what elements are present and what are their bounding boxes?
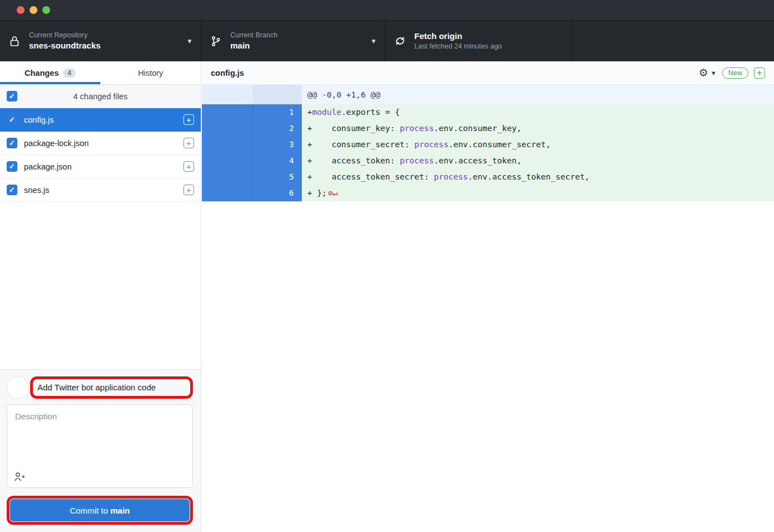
- diff-added-line[interactable]: 4+ access_token: process.env.access_toke…: [202, 153, 774, 169]
- file-name: config.js: [24, 115, 183, 124]
- chevron-down-icon[interactable]: ▼: [710, 70, 717, 76]
- fetch-status: Last fetched 24 minutes ago: [414, 42, 563, 51]
- file-added-status-icon: +: [183, 185, 194, 195]
- diff-added-line[interactable]: 1+module.exports = {: [202, 104, 774, 120]
- file-checkbox[interactable]: ✓: [7, 161, 17, 172]
- repository-name: snes-soundtracks: [29, 40, 182, 51]
- new-line-number: 2: [253, 120, 302, 137]
- changes-count-badge: 4: [63, 69, 76, 78]
- file-row-package-lock.json[interactable]: ✓package-lock.json+: [0, 132, 201, 155]
- old-line-number: [202, 104, 253, 120]
- new-line-gutter: [253, 85, 302, 104]
- keyword-token: module: [312, 108, 341, 117]
- fetch-origin-button[interactable]: Fetch origin Last fetched 24 minutes ago: [385, 21, 572, 61]
- new-line-number: 5: [253, 169, 302, 185]
- file-name: package-lock.json: [24, 139, 183, 148]
- file-list-empty-space: [0, 202, 201, 369]
- diff-file-title: config.js: [211, 69, 699, 78]
- old-line-number: [202, 137, 253, 153]
- diff-added-line[interactable]: 2+ consumer_key: process.env.consumer_ke…: [202, 120, 774, 137]
- current-branch-dropdown[interactable]: Current Branch main ▼: [201, 21, 385, 61]
- diff-viewer: @@ -0,0 +1,6 @@ 1+module.exports = {2+ c…: [202, 85, 774, 532]
- commit-button-branch: main: [110, 506, 130, 515]
- tab-history[interactable]: History: [100, 61, 201, 84]
- file-checkbox[interactable]: ✓: [7, 138, 17, 148]
- diff-file-header: config.js ⚙ ▼ New +: [202, 61, 774, 85]
- no-newline-at-eof-icon: ⊘↵: [328, 188, 337, 197]
- lock-icon: [8, 35, 21, 47]
- commit-panel: Commit to main: [0, 369, 201, 532]
- diff-added-line[interactable]: 5+ access_token_secret: process.env.acce…: [202, 169, 774, 185]
- file-added-status-icon: +: [183, 138, 194, 148]
- commit-button-annotation-highlight: Commit to main: [7, 496, 193, 525]
- changed-files-header[interactable]: ✓ 4 changed files: [0, 85, 201, 108]
- file-name: package.json: [24, 162, 183, 171]
- zoom-window-button[interactable]: [42, 6, 50, 14]
- changed-files-list: ✓config.js+✓package-lock.json+✓package.j…: [0, 108, 201, 202]
- hunk-header-row: @@ -0,0 +1,6 @@: [202, 85, 774, 104]
- commit-summary-input[interactable]: [37, 383, 186, 392]
- add-coauthor-icon[interactable]: [14, 472, 26, 482]
- code-line-content: + access_token_secret: process.env.acces…: [302, 169, 774, 185]
- file-row-snes.js[interactable]: ✓snes.js+: [0, 178, 201, 202]
- code-line-content: + };⊘↵: [302, 185, 774, 201]
- plus-icon[interactable]: +: [754, 67, 765, 79]
- commit-description-box: [7, 404, 193, 488]
- old-line-number: [202, 153, 253, 169]
- repository-label: Current Repository: [29, 31, 182, 40]
- new-line-number: 6: [253, 185, 302, 201]
- diff-lines: 1+module.exports = {2+ consumer_key: pro…: [202, 104, 774, 201]
- code-line-content: + consumer_secret: process.env.consumer_…: [302, 137, 774, 153]
- fetch-label: Fetch origin: [414, 31, 563, 42]
- chevron-down-icon: ▼: [370, 37, 377, 45]
- new-line-number: 3: [253, 137, 302, 153]
- commit-summary-row: [7, 376, 193, 399]
- commit-button-prefix: Commit to: [70, 506, 110, 515]
- code-line-content: + consumer_key: process.env.consumer_key…: [302, 120, 774, 137]
- current-repository-dropdown[interactable]: Current Repository snes-soundtracks ▼: [0, 21, 201, 61]
- old-line-number: [202, 169, 253, 185]
- branch-label: Current Branch: [230, 31, 366, 40]
- keyword-token: process: [414, 140, 448, 149]
- keyword-token: process: [400, 124, 434, 133]
- keyword-token: process: [400, 156, 434, 165]
- sidebar-tabs: Changes4History: [0, 61, 201, 85]
- new-line-number: 1: [253, 104, 302, 120]
- file-name: snes.js: [24, 186, 183, 195]
- diff-added-line[interactable]: 3+ consumer_secret: process.env.consumer…: [202, 137, 774, 153]
- avatar: [7, 376, 29, 399]
- check-icon: ✓: [9, 92, 15, 100]
- sync-icon: [393, 35, 407, 47]
- diff-added-line[interactable]: 6+ };⊘↵: [202, 185, 774, 201]
- file-row-package.json[interactable]: ✓package.json+: [0, 155, 201, 178]
- hunk-header-text: @@ -0,0 +1,6 @@: [302, 85, 774, 104]
- file-added-status-icon: +: [183, 161, 194, 172]
- fetch-info: Fetch origin Last fetched 24 minutes ago: [414, 31, 563, 51]
- minimize-window-button[interactable]: [30, 6, 37, 14]
- branch-name: main: [230, 40, 366, 51]
- new-line-number: 4: [253, 153, 302, 169]
- gear-icon[interactable]: ⚙: [699, 66, 708, 79]
- keyword-token: process: [434, 172, 468, 181]
- chevron-down-icon: ▼: [186, 37, 193, 45]
- code-line-content: +module.exports = {: [302, 104, 774, 120]
- file-checkbox[interactable]: ✓: [7, 185, 17, 195]
- commit-to-main-button[interactable]: Commit to main: [10, 499, 190, 521]
- select-all-checkbox[interactable]: ✓: [7, 91, 17, 101]
- tab-label: History: [138, 69, 163, 78]
- titlebar: [0, 0, 774, 21]
- tab-changes[interactable]: Changes4: [0, 61, 100, 84]
- file-status-badge: New: [722, 67, 748, 79]
- commit-description-input[interactable]: [7, 405, 192, 467]
- file-checkbox[interactable]: ✓: [7, 114, 17, 125]
- file-row-config.js[interactable]: ✓config.js+: [0, 108, 201, 132]
- old-line-number: [202, 185, 253, 201]
- github-desktop-window: Current Repository snes-soundtracks ▼ Cu…: [0, 0, 774, 532]
- close-window-button[interactable]: [17, 6, 25, 14]
- file-added-status-icon: +: [183, 114, 194, 125]
- branch-info: Current Branch main: [230, 31, 366, 51]
- changed-files-count: 4 changed files: [0, 92, 201, 101]
- code-line-content: + access_token: process.env.access_token…: [302, 153, 774, 169]
- changes-sidebar: Changes4History ✓ 4 changed files ✓confi…: [0, 61, 201, 532]
- toolbar: Current Repository snes-soundtracks ▼ Cu…: [0, 21, 774, 61]
